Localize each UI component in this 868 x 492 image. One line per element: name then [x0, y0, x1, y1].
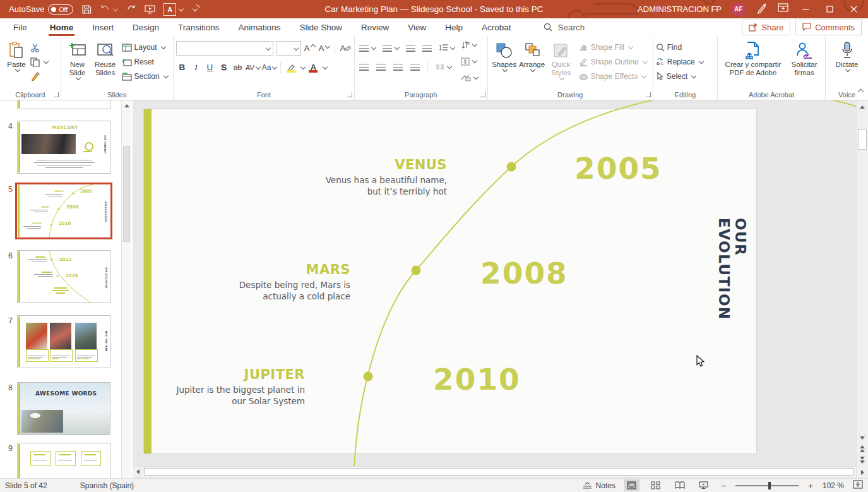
zoom-in-button[interactable]: + — [807, 481, 814, 491]
clear-formatting-button[interactable]: A — [340, 42, 352, 55]
horizontal-scroll-thumb[interactable] — [144, 468, 853, 476]
normal-view-button[interactable] — [624, 479, 639, 491]
font-dialog-launcher[interactable] — [347, 92, 352, 97]
collapse-ribbon-button[interactable] — [857, 87, 863, 96]
start-from-beginning-button[interactable] — [145, 4, 155, 14]
scroll-down-button[interactable] — [857, 433, 868, 443]
reading-view-button[interactable] — [672, 479, 687, 491]
increase-indent-button[interactable] — [420, 42, 434, 54]
justify-button[interactable] — [408, 61, 422, 73]
increase-font-size-button[interactable]: A — [304, 42, 316, 55]
save-button[interactable] — [81, 4, 92, 15]
zoom-level[interactable]: 102 % — [823, 481, 844, 490]
tab-transitions[interactable]: Transitions — [169, 18, 229, 36]
font-color-quick-button[interactable]: A — [163, 3, 183, 16]
shape-outline-button[interactable]: Shape Outline — [579, 56, 647, 68]
tab-review[interactable]: Review — [352, 18, 398, 36]
thumbnail-slide-8[interactable]: AWESOME WORDS — [17, 382, 110, 435]
slide-canvas[interactable]: VENUS Venus has a beautiful name,but it’… — [133, 100, 856, 466]
shape-fill-button[interactable]: Shape Fill — [579, 41, 647, 54]
zoom-out-button[interactable]: − — [720, 481, 727, 491]
planet-title-mars[interactable]: MARS — [193, 262, 350, 277]
language-indicator[interactable]: Spanish (Spain) — [80, 481, 134, 490]
tab-slide-show[interactable]: Slide Show — [290, 18, 352, 36]
shapes-button[interactable]: Shapes — [490, 39, 518, 71]
thumbnail-slide-9[interactable] — [17, 443, 110, 478]
layout-button[interactable]: Layout — [122, 41, 168, 54]
planet-title-jupiter[interactable]: JUPITER — [147, 367, 305, 382]
next-slide-button[interactable] — [857, 455, 868, 465]
bold-button[interactable]: B — [176, 61, 188, 74]
character-spacing-button[interactable]: AV — [246, 61, 260, 74]
reset-button[interactable]: Reset — [122, 56, 168, 68]
italic-button[interactable]: I — [190, 61, 202, 74]
autosave-toggle[interactable]: AutoSave Off — [9, 4, 73, 15]
thumbnail-slide-4[interactable]: MERCURY OUR COMPANY — [17, 121, 110, 174]
highlight-color-button[interactable] — [285, 61, 297, 74]
autosave-pill[interactable]: Off — [48, 4, 73, 15]
zoom-slider[interactable] — [735, 485, 799, 486]
copy-button[interactable] — [30, 56, 48, 68]
tab-acrobat[interactable]: Acrobat — [472, 18, 521, 36]
share-button[interactable]: Share — [742, 20, 790, 35]
account-name[interactable]: ADMINISTRACION FP — [638, 4, 722, 14]
fit-slide-button[interactable] — [853, 480, 863, 491]
reuse-slides-button[interactable]: Reuse Slides — [92, 39, 119, 77]
scroll-right-button[interactable] — [857, 467, 868, 477]
shape-effects-button[interactable]: Shape Effects — [579, 70, 647, 83]
vertical-scroll-thumb[interactable] — [858, 129, 867, 150]
vertical-scrollbar[interactable] — [856, 100, 868, 478]
tab-design[interactable]: Design — [123, 18, 169, 36]
avatar[interactable]: AF — [732, 3, 746, 16]
tab-home[interactable]: Home — [40, 18, 83, 36]
decrease-indent-button[interactable] — [404, 42, 417, 54]
select-button[interactable]: Select — [656, 70, 703, 83]
request-signatures-button[interactable]: Solicitar firmas — [786, 39, 823, 77]
format-painter-button[interactable] — [30, 70, 48, 83]
thumbnail-slide-5-selected[interactable]: 2005 2008 2010 VENUS MARS JUPITER OUR EV… — [15, 183, 112, 239]
close-button[interactable] — [847, 3, 860, 16]
thumbnail-scroll-up-button[interactable] — [122, 100, 131, 111]
planet-desc-mars[interactable]: Despite being red, Mars isactually a col… — [193, 280, 350, 303]
change-case-button[interactable]: Aa — [262, 61, 277, 74]
paste-button[interactable]: Paste — [3, 39, 30, 71]
align-left-button[interactable] — [357, 61, 371, 73]
search-box[interactable]: Search — [544, 23, 585, 32]
numbering-button[interactable] — [381, 42, 401, 54]
decrease-font-size-button[interactable]: A — [318, 42, 330, 55]
slideshow-view-button[interactable] — [696, 479, 711, 491]
customize-quick-access-button[interactable] — [191, 8, 197, 11]
font-color-button[interactable]: A — [307, 61, 319, 74]
create-pdf-button[interactable]: Crear y compartir PDF de Adobe — [720, 39, 786, 77]
clipboard-dialog-launcher[interactable] — [54, 92, 59, 97]
slide-sorter-view-button[interactable] — [648, 479, 663, 491]
scroll-left-button[interactable] — [133, 467, 143, 477]
new-slide-button[interactable]: New Slide — [64, 39, 92, 80]
arrange-button[interactable]: Arrange — [518, 39, 546, 71]
thumbnail-panel-scrollbar[interactable] — [121, 100, 131, 478]
scroll-up-button[interactable] — [857, 102, 868, 112]
slide-indicator[interactable]: Slide 5 of 42 — [5, 481, 47, 490]
tab-insert[interactable]: Insert — [83, 18, 123, 36]
section-button[interactable]: Section — [122, 70, 168, 83]
font-name-combo[interactable] — [176, 41, 273, 56]
align-text-button[interactable] — [459, 55, 480, 68]
minimize-button[interactable] — [799, 3, 812, 16]
underline-button[interactable]: U — [204, 61, 216, 74]
zoom-slider-thumb[interactable] — [768, 482, 771, 489]
bullets-button[interactable] — [357, 42, 378, 54]
planet-desc-jupiter[interactable]: Jupiter is the biggest planet inour Sola… — [147, 385, 305, 407]
undo-button[interactable] — [100, 4, 117, 14]
thumbnail-slide-7[interactable]: MERCURY MARS NEPTUNE MEET THE TEAM — [17, 315, 110, 368]
text-direction-button[interactable]: A — [459, 39, 480, 51]
columns-button[interactable] — [434, 61, 453, 73]
tab-file[interactable]: File — [0, 18, 40, 36]
align-right-button[interactable] — [391, 61, 405, 73]
redo-button[interactable] — [126, 4, 136, 14]
notes-button[interactable]: Notes — [583, 481, 615, 490]
paragraph-dialog-launcher[interactable] — [480, 92, 485, 97]
text-shadow-button[interactable]: S — [218, 61, 230, 74]
convert-smartart-button[interactable] — [459, 71, 480, 84]
maximize-button[interactable] — [823, 3, 836, 16]
year-2005[interactable]: 2005 — [574, 151, 662, 186]
